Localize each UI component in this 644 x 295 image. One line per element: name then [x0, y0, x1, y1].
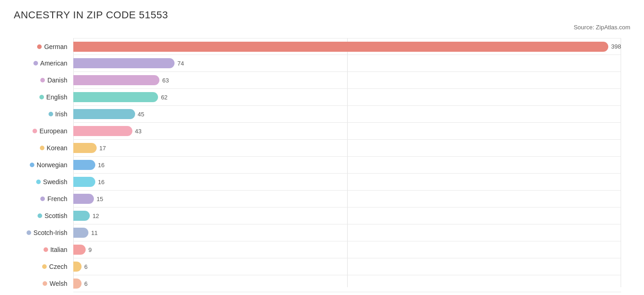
bar-wrap: 43	[73, 123, 621, 139]
bar-value-label: 63	[162, 77, 169, 84]
bar-value-label: 45	[138, 111, 144, 118]
bar-value-label: 6	[84, 280, 87, 287]
bar-label: English	[14, 89, 71, 105]
bar-label: European	[14, 123, 71, 139]
bar-dot	[33, 61, 38, 66]
bar-row: Irish45	[73, 106, 621, 123]
bar-label: Scottish	[14, 208, 71, 224]
bar-fill	[73, 160, 95, 170]
bar-row: Korean17	[73, 140, 621, 157]
bar-dot	[43, 281, 47, 286]
bar-value-label: 43	[135, 128, 142, 135]
bar-fill	[73, 228, 88, 238]
bar-wrap: 62	[73, 89, 621, 105]
bar-label-text: English	[46, 93, 67, 101]
bar-value-label: 16	[98, 162, 104, 169]
bar-dot	[38, 213, 42, 218]
bars-container: German398American74Danish63English62Iris…	[73, 38, 621, 292]
source-label: Source: ZipAtlas.com	[14, 24, 630, 31]
bar-row: Swedish16	[73, 174, 621, 191]
bar-row: German398	[73, 38, 621, 55]
bar-label-text: Norwegian	[37, 161, 67, 169]
bar-row: European43	[73, 123, 621, 140]
bar-label: Irish	[14, 106, 71, 122]
bar-wrap: 12	[73, 208, 621, 224]
bar-fill	[73, 109, 135, 119]
bar-label: Italian	[14, 241, 71, 258]
bar-fill	[73, 75, 159, 85]
bar-wrap: 9	[73, 241, 621, 258]
bar-fill	[73, 211, 90, 221]
bar-label-text: Italian	[50, 246, 67, 253]
bar-label: French	[14, 191, 71, 207]
bar-wrap: 16	[73, 157, 621, 173]
bar-dot	[27, 230, 31, 235]
bar-label-text: French	[47, 195, 67, 202]
bar-label-text: Irish	[55, 110, 67, 118]
bar-value-label: 9	[88, 246, 92, 253]
bar-wrap: 16	[73, 174, 621, 190]
chart-inner: German398American74Danish63English62Iris…	[73, 38, 621, 295]
bar-fill	[73, 194, 94, 204]
bar-value-label: 16	[98, 179, 104, 186]
bar-label: Danish	[14, 72, 71, 88]
bar-value-label: 17	[99, 145, 106, 152]
bar-row: English62	[73, 89, 621, 106]
bar-row: Danish63	[73, 72, 621, 89]
bar-row: Welsh6	[73, 275, 621, 292]
bar-label: Korean	[14, 140, 71, 156]
bar-label-text: Czech	[49, 263, 67, 270]
bar-value-label: 62	[161, 94, 167, 101]
bar-label-text: European	[39, 127, 67, 135]
chart-title: ANCESTRY IN ZIP CODE 51553	[14, 9, 630, 21]
bar-label-text: Danish	[47, 76, 67, 84]
bar-dot	[36, 180, 41, 184]
bar-dot	[40, 197, 45, 201]
bar-fill	[73, 92, 158, 102]
bar-fill	[73, 279, 82, 289]
bar-fill	[73, 42, 608, 52]
bar-fill	[73, 262, 82, 272]
bar-value-label: 6	[84, 263, 87, 270]
bar-label: American	[14, 55, 71, 71]
bar-value-label: 11	[91, 229, 98, 236]
bar-wrap: 45	[73, 106, 621, 122]
bar-dot	[44, 247, 48, 252]
bar-row: Czech6	[73, 258, 621, 275]
bar-row: Scottish12	[73, 208, 621, 224]
bar-wrap: 398	[73, 38, 621, 55]
bar-label: Czech	[14, 258, 71, 275]
bar-dot	[40, 78, 45, 82]
bar-value-label: 74	[177, 60, 184, 67]
bar-fill	[73, 245, 86, 255]
bar-row: American74	[73, 55, 621, 72]
bar-wrap: 74	[73, 55, 621, 71]
bar-dot	[33, 129, 37, 133]
bar-row: French15	[73, 191, 621, 208]
bar-label: Swedish	[14, 174, 71, 190]
bar-fill	[73, 126, 132, 136]
bar-fill	[73, 143, 97, 153]
bar-label-text: Scottish	[44, 212, 67, 219]
bar-label: Scotch-Irish	[14, 224, 71, 241]
bar-label-text: Swedish	[43, 178, 67, 186]
bar-label-text: American	[40, 60, 67, 67]
bar-dot	[30, 163, 34, 167]
bar-label-text: Welsh	[49, 280, 67, 287]
bar-wrap: 11	[73, 224, 621, 241]
bar-label-text: German	[44, 43, 67, 50]
bar-value-label: 398	[611, 43, 621, 50]
bar-value-label: 12	[93, 213, 99, 219]
bar-label-text: Korean	[47, 144, 67, 152]
bar-value-label: 15	[97, 196, 103, 202]
bar-dot	[37, 44, 42, 49]
bar-label: German	[14, 38, 71, 55]
bar-wrap: 6	[73, 275, 621, 292]
bar-label: Welsh	[14, 275, 71, 292]
bar-fill	[73, 177, 95, 187]
bar-wrap: 6	[73, 258, 621, 275]
bar-wrap: 15	[73, 191, 621, 207]
bar-dot	[49, 112, 53, 116]
bar-label-text: Scotch-Irish	[33, 229, 67, 236]
bar-row: Scotch-Irish11	[73, 224, 621, 241]
